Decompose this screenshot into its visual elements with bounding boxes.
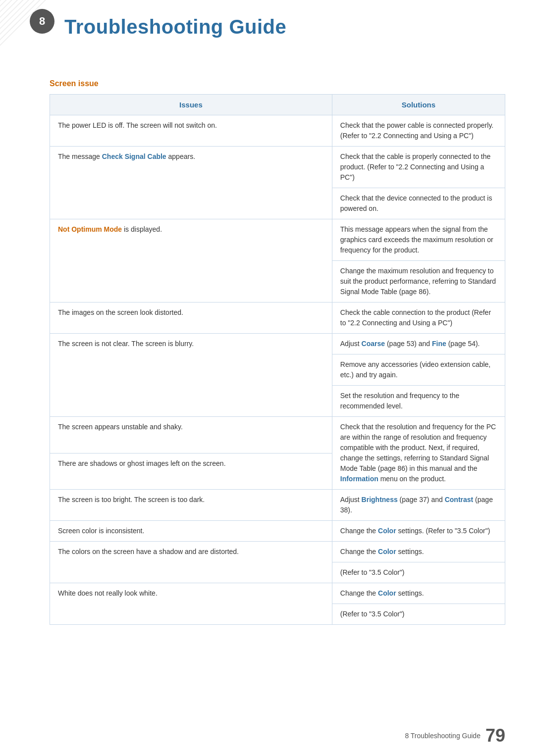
solution-cell: Check that the device connected to the p… <box>332 188 505 219</box>
issue-cell: White does not really look white. <box>50 583 332 625</box>
issue-cell: The screen appears unstable and shaky. <box>50 417 332 454</box>
issue-cell: The message Check Signal Cable appears. <box>50 147 332 219</box>
issue-cell: The power LED is off. The screen will no… <box>50 115 332 147</box>
solution-cell: Check that the resolution and frequency … <box>332 417 505 490</box>
table-row: The screen appears unstable and shaky. C… <box>50 417 505 454</box>
solution-cell: Remove any accessories (video extension … <box>332 354 505 386</box>
table-header-row: Issues Solutions <box>50 95 505 115</box>
footer-page: 79 <box>485 725 505 746</box>
issue-cell: The screen is not clear. The screen is b… <box>50 334 332 417</box>
issue-cell: There are shadows or ghost images left o… <box>50 453 332 490</box>
solution-cell: This message appears when the signal fro… <box>332 219 505 261</box>
solution-cell: Change the Color settings. <box>332 583 505 604</box>
solution-cell: Check the cable connection to the produc… <box>332 302 505 334</box>
solution-cell: Check that the cable is properly connect… <box>332 147 505 188</box>
table-row: The power LED is off. The screen will no… <box>50 115 505 147</box>
section-title: Screen issue <box>50 79 505 88</box>
issue-cell: The screen is too bright. The screen is … <box>50 490 332 521</box>
table-row: Not Optimum Mode is displayed.This messa… <box>50 219 505 261</box>
col-solutions: Solutions <box>332 95 505 115</box>
solution-cell: Change the Color settings. <box>332 542 505 562</box>
footer: 8 Troubleshooting Guide 79 <box>405 725 505 746</box>
table-row: The images on the screen look distorted.… <box>50 302 505 334</box>
troubleshooting-table: Issues Solutions The power LED is off. T… <box>50 94 505 625</box>
chapter-number: 8 <box>39 15 45 28</box>
chapter-icon: 8 <box>30 9 54 34</box>
solution-cell: Change the maximum resolution and freque… <box>332 261 505 302</box>
issue-cell: The colors on the screen have a shadow a… <box>50 542 332 583</box>
table-row: White does not really look white.Change … <box>50 583 505 604</box>
col-issues: Issues <box>50 95 332 115</box>
issue-cell: Screen color is inconsistent. <box>50 521 332 542</box>
table-row: The message Check Signal Cable appears.C… <box>50 147 505 188</box>
content-area: Screen issue Issues Solutions The power … <box>50 79 505 625</box>
issue-cell: Not Optimum Mode is displayed. <box>50 219 332 302</box>
footer-label: 8 Troubleshooting Guide <box>405 732 481 740</box>
table-row: The screen is not clear. The screen is b… <box>50 334 505 354</box>
page-title: Troubleshooting Guide <box>64 16 286 38</box>
solution-cell: Adjust Coarse (page 53) and Fine (page 5… <box>332 334 505 354</box>
solution-cell: Check that the power cable is connected … <box>332 115 505 147</box>
solution-cell: Adjust Brightness (page 37) and Contrast… <box>332 490 505 521</box>
page: 8 Troubleshooting Guide Screen issue Iss… <box>0 0 535 756</box>
issue-cell: The images on the screen look distorted. <box>50 302 332 334</box>
solution-cell: (Refer to "3.5 Color") <box>332 604 505 625</box>
table-row: The colors on the screen have a shadow a… <box>50 542 505 562</box>
table-row: The screen is too bright. The screen is … <box>50 490 505 521</box>
table-row: Screen color is inconsistent.Change the … <box>50 521 505 542</box>
solution-cell: Change the Color settings. (Refer to "3.… <box>332 521 505 542</box>
solution-cell: (Refer to "3.5 Color") <box>332 562 505 583</box>
solution-cell: Set the resolution and frequency to the … <box>332 386 505 417</box>
